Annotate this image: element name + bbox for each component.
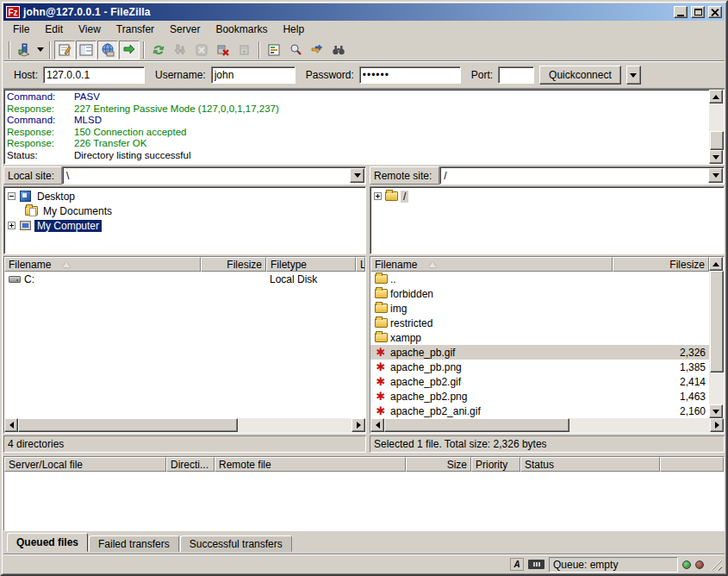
column-header-filetype[interactable]: Filetype	[266, 257, 356, 272]
file-row[interactable]: ..	[370, 272, 709, 286]
tree-item-root[interactable]: /	[374, 189, 724, 203]
process-queue-icon	[173, 43, 187, 57]
menu-view[interactable]: View	[71, 22, 109, 37]
scrollbar-thumb[interactable]	[710, 271, 724, 373]
file-row[interactable]: xampp	[370, 330, 709, 345]
scroll-down-button[interactable]	[709, 404, 723, 418]
menu-help[interactable]: Help	[275, 22, 312, 37]
menu-bookmarks[interactable]: Bookmarks	[208, 22, 275, 37]
remote-horizontal-scrollbar[interactable]	[370, 418, 724, 433]
scrollbar-thumb[interactable]	[710, 131, 724, 150]
speed-limits-icon[interactable]	[528, 560, 544, 569]
file-row[interactable]: ✱apache_pb2_ani.gif2,160	[370, 404, 709, 418]
quickconnect-button[interactable]: Quickconnect	[539, 66, 621, 85]
column-header-priority[interactable]: Priority	[471, 457, 520, 472]
file-row[interactable]: ✱apache_pb2.png1,463	[370, 389, 709, 404]
username-input[interactable]	[211, 66, 296, 84]
menu-edit[interactable]: Edit	[37, 22, 71, 37]
scroll-right-button[interactable]	[352, 418, 365, 432]
menu-transfer[interactable]: Transfer	[109, 22, 162, 37]
expand-icon[interactable]	[374, 192, 382, 200]
column-header-status[interactable]: Status	[520, 457, 660, 472]
file-row[interactable]: img	[370, 301, 709, 316]
tree-item-desktop[interactable]: Desktop	[8, 189, 365, 203]
scroll-left-button[interactable]	[4, 418, 18, 432]
column-header-size[interactable]: Size	[406, 457, 471, 472]
column-header-filesize[interactable]: Filesize	[201, 257, 266, 272]
file-row[interactable]: forbidden	[370, 286, 709, 301]
scroll-up-button[interactable]	[709, 257, 723, 271]
log-line: Command:MLSD	[7, 115, 709, 127]
remote-site-combo[interactable]: /	[439, 166, 725, 185]
menu-server[interactable]: Server	[162, 22, 208, 37]
local-horizontal-scrollbar[interactable]	[4, 418, 365, 433]
synchronized-browsing-button[interactable]	[307, 41, 327, 59]
file-row[interactable]: restricted	[370, 316, 709, 330]
remote-list-headers: Filename Filesize	[370, 257, 709, 272]
column-header-filename[interactable]: Filename	[370, 257, 613, 272]
scroll-right-button[interactable]	[710, 418, 724, 432]
find-files-button[interactable]	[328, 41, 349, 59]
disconnect-button[interactable]	[213, 41, 233, 59]
column-header-remote-file[interactable]: Remote file	[215, 457, 406, 472]
directory-comparison-button[interactable]	[285, 41, 306, 59]
expand-icon[interactable]	[8, 222, 16, 229]
column-header-server-local-file[interactable]: Server/Local file	[4, 457, 166, 472]
file-row-c-drive[interactable]: C: Local Disk	[4, 272, 365, 286]
password-input[interactable]	[359, 66, 461, 84]
refresh-button[interactable]	[148, 41, 169, 59]
toggle-transfer-queue-button[interactable]	[119, 41, 140, 59]
scroll-right-icon	[715, 422, 719, 429]
column-header-filename[interactable]: Filename	[4, 257, 201, 272]
column-header-lastmodified[interactable]: L	[356, 257, 365, 272]
remote-site-combo-button[interactable]	[708, 168, 723, 183]
tab-failed-transfers[interactable]: Failed transfers	[89, 535, 179, 552]
file-row[interactable]: ✱apache_pb2.gif2,414	[370, 374, 709, 389]
process-queue-button[interactable]	[170, 41, 190, 59]
maximize-button[interactable]	[691, 6, 705, 18]
reconnect-button[interactable]	[234, 41, 255, 59]
host-input[interactable]	[43, 66, 145, 84]
titlebar[interactable]: Fz john@127.0.0.1 - FileZilla	[3, 3, 725, 21]
tab-queued-files[interactable]: Queued files	[7, 533, 88, 552]
queue-body[interactable]	[4, 472, 724, 530]
tree-item-my-computer[interactable]: My Computer	[8, 218, 365, 233]
scroll-down-button[interactable]	[709, 150, 723, 164]
remote-vertical-scrollbar[interactable]	[709, 257, 724, 418]
tab-successful-transfers[interactable]: Successful transfers	[180, 535, 292, 552]
collapse-icon[interactable]	[8, 192, 16, 200]
column-header-filesize[interactable]: Filesize	[613, 257, 709, 272]
site-manager-button[interactable]	[14, 41, 34, 59]
minimize-button[interactable]	[674, 6, 688, 18]
local-site-combo[interactable]: \	[62, 166, 366, 185]
folder-icon	[384, 190, 398, 203]
directory-listing-filter-button[interactable]	[264, 41, 284, 59]
scroll-up-button[interactable]	[709, 90, 723, 103]
local-tree-icon	[79, 43, 93, 57]
dropdown-arrow-icon	[354, 173, 361, 178]
scrollbar-thumb[interactable]	[18, 418, 238, 432]
image-file-icon: ✱	[374, 360, 388, 374]
column-header-direction[interactable]: Directi...	[166, 457, 215, 472]
tree-item-my-documents[interactable]: My Documents	[8, 203, 365, 218]
ascii-transfer-type-icon[interactable]: A	[510, 558, 524, 571]
scroll-left-button[interactable]	[370, 418, 384, 432]
file-row-selected[interactable]: ✱apache_pb.gif2,326	[370, 345, 709, 360]
local-site-combo-button[interactable]	[350, 168, 364, 183]
cancel-button[interactable]	[191, 41, 212, 59]
port-input[interactable]	[498, 66, 534, 84]
log-scrollbar[interactable]	[709, 90, 724, 164]
scrollbar-thumb[interactable]	[384, 418, 569, 432]
close-button[interactable]	[708, 6, 722, 18]
toggle-message-log-button[interactable]	[54, 41, 75, 59]
menu-file[interactable]: File	[5, 22, 37, 37]
quickconnect-dropdown[interactable]	[626, 66, 641, 85]
toggle-remote-tree-button[interactable]	[97, 41, 118, 59]
toggle-local-tree-button[interactable]	[76, 41, 96, 59]
filezilla-logo-icon: Fz	[6, 6, 20, 18]
drive-icon	[8, 272, 22, 286]
site-manager-dropdown[interactable]	[35, 41, 46, 59]
queue-status-box: Queue: empty	[549, 557, 678, 573]
file-row[interactable]: ✱apache_pb.png1,385	[370, 360, 709, 374]
resize-grip-icon[interactable]	[710, 559, 722, 571]
